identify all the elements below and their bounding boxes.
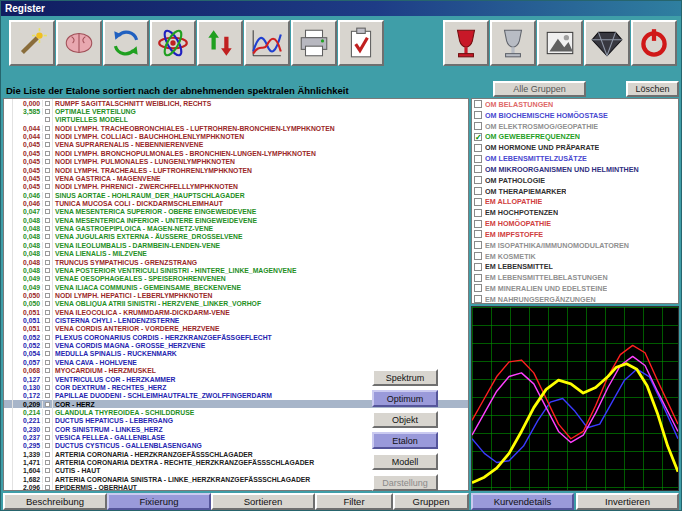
list-row[interactable]: 0,048VENA MESENTERICA INFERIOR - UNTERE … <box>4 216 468 224</box>
row-checkbox[interactable] <box>43 367 53 375</box>
bottom-button-gruppen[interactable]: Gruppen <box>393 493 469 510</box>
group-checkbox[interactable] <box>474 284 482 292</box>
row-select-cell[interactable] <box>4 308 13 316</box>
list-row[interactable]: 0,049VENA ILIACA COMMUNIS - GEMEINSAME_B… <box>4 283 468 291</box>
row-checkbox[interactable] <box>43 484 53 491</box>
list-row[interactable]: 0,047VENA MESENTERICA SUPERIOR - OBERE E… <box>4 208 468 216</box>
group-item[interactable]: EM LEBENSMITTEL <box>472 261 678 272</box>
row-select-cell[interactable] <box>4 350 13 358</box>
row-checkbox[interactable] <box>43 350 53 358</box>
side-button-etalon[interactable]: Etalon <box>372 432 438 449</box>
side-button-modell[interactable]: Modell <box>372 453 438 470</box>
toolbar-button-stop[interactable] <box>631 20 677 66</box>
side-button-spektrum[interactable]: Spektrum <box>372 369 438 386</box>
row-select-cell[interactable] <box>4 283 13 291</box>
group-checkbox[interactable] <box>474 122 482 130</box>
row-checkbox[interactable] <box>43 124 53 132</box>
bottom-button-kurvendetails[interactable]: Kurvendetails <box>471 493 574 510</box>
row-select-cell[interactable] <box>4 367 13 375</box>
toolbar-button-refresh[interactable] <box>103 20 149 66</box>
group-checkbox[interactable] <box>474 230 482 238</box>
group-item[interactable]: OM BIOCHEMISCHE HOMÖOSTASE <box>472 110 678 121</box>
row-checkbox[interactable] <box>43 400 53 408</box>
list-row[interactable]: 3,585OPTIMALE VERTEILUNG <box>4 107 468 115</box>
list-row[interactable]: 0,048VENA POSTERIOR VENTRICULI SINISTRI … <box>4 266 468 274</box>
row-checkbox[interactable] <box>43 208 53 216</box>
row-select-cell[interactable] <box>4 266 13 274</box>
group-checkbox[interactable] <box>474 187 482 195</box>
row-checkbox[interactable] <box>43 375 53 383</box>
row-select-cell[interactable] <box>4 149 13 157</box>
row-select-cell[interactable] <box>4 408 13 416</box>
row-select-cell[interactable] <box>4 475 13 483</box>
group-list[interactable]: OM BELASTUNGENOM BIOCHEMISCHE HOMÖOSTASE… <box>471 98 679 304</box>
group-item[interactable]: EM MINERALIEN UND EDELSTEINE <box>472 283 678 294</box>
list-row[interactable]: 0,000RUMPF SAGITTALSCHNITT WEIBLICH, REC… <box>4 99 468 107</box>
row-checkbox[interactable] <box>43 249 53 257</box>
list-row[interactable]: VIRTUELLES MODELL <box>4 116 468 124</box>
toolbar-button-red-goblet[interactable] <box>443 20 489 66</box>
list-row[interactable]: 0,048VENA LIENALIS - MILZVENE <box>4 249 468 257</box>
group-item[interactable]: EM NAHRUNGSERGÄNZUNGEN <box>472 294 678 304</box>
row-select-cell[interactable] <box>4 107 13 115</box>
row-checkbox[interactable] <box>43 216 53 224</box>
row-select-cell[interactable] <box>4 484 13 491</box>
list-row[interactable]: 0,051VENA ILEOCOLICA - KRUMMDARM-DICKDAR… <box>4 308 468 316</box>
row-checkbox[interactable] <box>43 417 53 425</box>
list-row[interactable]: 0,050VENA OBLIQUA ATRII SINISTRI - HERZV… <box>4 300 468 308</box>
group-checkbox[interactable] <box>474 111 482 119</box>
group-checkbox[interactable] <box>474 263 482 271</box>
row-checkbox[interactable] <box>43 425 53 433</box>
side-button-optimum[interactable]: Optimum <box>372 390 438 407</box>
list-row[interactable]: 0,048TRUNCUS SYMPATHICUS - GRENZSTRANG <box>4 258 468 266</box>
bottom-button-invertieren[interactable]: Invertieren <box>576 493 679 510</box>
row-checkbox[interactable] <box>43 383 53 391</box>
list-row[interactable]: 0,052VENA CORDIS MAGNA - GROSSE_HERZVENE <box>4 341 468 349</box>
row-checkbox[interactable] <box>43 442 53 450</box>
row-select-cell[interactable] <box>4 132 13 140</box>
row-checkbox[interactable] <box>43 258 53 266</box>
list-row[interactable]: 0,044NODI LYMPH. COLLIACI - BAUCHHÖHLENL… <box>4 132 468 140</box>
group-checkbox[interactable] <box>474 144 482 152</box>
row-select-cell[interactable] <box>4 341 13 349</box>
toolbar-button-steel-goblet[interactable] <box>490 20 536 66</box>
row-checkbox[interactable] <box>43 450 53 458</box>
list-row[interactable]: 0,046SINUS AORTAE - HOHLRAUM_DER_HAUPTSC… <box>4 191 468 199</box>
group-checkbox[interactable] <box>474 100 482 108</box>
row-select-cell[interactable] <box>4 224 13 232</box>
row-checkbox[interactable] <box>43 149 53 157</box>
list-row[interactable]: 0,051CISTERNA CHYLI - LENDENZISTERNE <box>4 316 468 324</box>
group-item[interactable]: OM LEBENSMITTELZUSÄTZE <box>472 153 678 164</box>
toolbar-button-atom[interactable] <box>150 20 196 66</box>
row-select-cell[interactable] <box>4 392 13 400</box>
row-select-cell[interactable] <box>4 199 13 207</box>
row-checkbox[interactable] <box>43 433 53 441</box>
group-item[interactable]: EM HOMÖOPATHIE <box>472 218 678 229</box>
group-item[interactable]: OM HORMONE UND PRÄPARATE <box>472 142 678 153</box>
list-row[interactable]: 0,044NODI LYMPH. TRACHEOBRONCHIALES - LU… <box>4 124 468 132</box>
row-select-cell[interactable] <box>4 383 13 391</box>
row-checkbox[interactable] <box>43 199 53 207</box>
row-checkbox[interactable] <box>43 458 53 466</box>
group-checkbox[interactable] <box>474 209 482 217</box>
row-checkbox[interactable] <box>43 392 53 400</box>
list-row[interactable]: 0,045NODI LYMPH. BRONCHOPULMONALES - BRO… <box>4 149 468 157</box>
row-checkbox[interactable] <box>43 132 53 140</box>
row-select-cell[interactable] <box>4 174 13 182</box>
toolbar-button-image[interactable] <box>537 20 583 66</box>
row-select-cell[interactable] <box>4 325 13 333</box>
row-checkbox[interactable] <box>43 141 53 149</box>
list-row[interactable]: 0,045NODI LYMPH. TRACHEALES - LUFTRÖHREN… <box>4 166 468 174</box>
row-checkbox[interactable] <box>43 308 53 316</box>
group-item[interactable]: OM BELASTUNGEN <box>472 99 678 110</box>
row-select-cell[interactable] <box>4 291 13 299</box>
row-select-cell[interactable] <box>4 316 13 324</box>
row-checkbox[interactable] <box>43 291 53 299</box>
row-select-cell[interactable] <box>4 124 13 132</box>
delete-button[interactable]: Löschen <box>626 81 679 97</box>
bottom-button-fixierung[interactable]: Fixierung <box>107 493 211 510</box>
row-select-cell[interactable] <box>4 116 13 124</box>
row-select-cell[interactable] <box>4 249 13 257</box>
row-select-cell[interactable] <box>4 275 13 283</box>
row-checkbox[interactable] <box>43 241 53 249</box>
